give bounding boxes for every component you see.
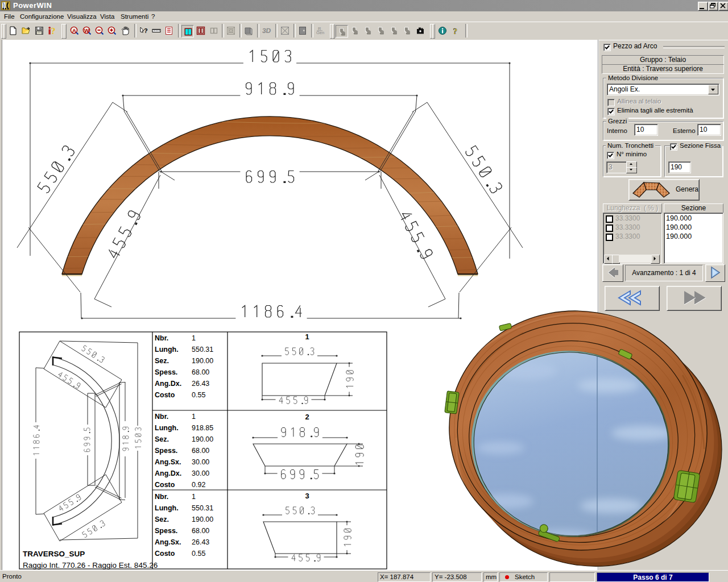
svg-text:Nbr.: Nbr.: [155, 493, 168, 501]
svg-text:Ang.Sx.: Ang.Sx.: [155, 538, 181, 546]
svg-text:1: 1: [192, 334, 196, 342]
svg-text:3D: 3D: [262, 27, 271, 35]
svg-text:?: ?: [144, 27, 148, 34]
svg-text:1: 1: [192, 413, 196, 421]
svg-text:W: W: [84, 27, 89, 34]
svg-text:Lungh.: Lungh.: [155, 504, 179, 512]
svg-text:Ang.Dx.: Ang.Dx.: [155, 380, 181, 388]
svg-text:Ang.Dx.: Ang.Dx.: [155, 469, 181, 477]
svg-text:1: 1: [305, 332, 309, 341]
svg-text:0.55: 0.55: [192, 550, 205, 558]
svg-text:Raggio Int. 770.26 - Raggio Es: Raggio Int. 770.26 - Raggio Est. 845.26: [23, 561, 158, 569]
svg-text:Spess.: Spess.: [155, 447, 177, 455]
svg-text:Costo: Costo: [155, 550, 175, 558]
svg-text:918.85: 918.85: [192, 424, 213, 432]
svg-text:26.43: 26.43: [192, 380, 209, 388]
svg-text:30.00: 30.00: [192, 458, 209, 466]
svg-text:0.92: 0.92: [192, 481, 205, 489]
svg-text:Spess.: Spess.: [155, 527, 177, 535]
svg-text:Costo: Costo: [155, 391, 175, 399]
svg-text:68.00: 68.00: [192, 447, 209, 455]
svg-text:26.43: 26.43: [192, 538, 209, 546]
svg-text:Costo: Costo: [155, 481, 175, 489]
svg-text:30.00: 30.00: [192, 469, 209, 477]
svg-text:TRAVERSO_SUP: TRAVERSO_SUP: [23, 550, 85, 558]
svg-text:?: ?: [453, 27, 458, 36]
svg-text:Sez.: Sez.: [155, 435, 169, 443]
svg-text:Ang.Sx.: Ang.Sx.: [155, 458, 181, 466]
svg-text:Sez.: Sez.: [155, 357, 169, 365]
svg-text:190.00: 190.00: [192, 516, 213, 523]
svg-text:1: 1: [192, 493, 196, 501]
svg-text:68.00: 68.00: [192, 368, 209, 376]
svg-text:2: 2: [305, 413, 309, 421]
svg-text:3: 3: [305, 492, 309, 500]
svg-text:Lungh.: Lungh.: [155, 424, 179, 432]
svg-text:190.00: 190.00: [192, 357, 213, 365]
svg-text:Nbr.: Nbr.: [155, 413, 168, 421]
svg-text:Lungh.: Lungh.: [155, 346, 179, 354]
svg-text:550.31: 550.31: [192, 346, 213, 354]
svg-text:0.55: 0.55: [192, 391, 205, 399]
svg-text:190.00: 190.00: [192, 435, 213, 443]
svg-text:Spess.: Spess.: [155, 368, 177, 376]
svg-text:Sez.: Sez.: [155, 516, 169, 523]
svg-text:550.31: 550.31: [192, 504, 213, 512]
svg-text:A: A: [72, 27, 76, 34]
svg-text:68.00: 68.00: [192, 527, 209, 535]
svg-text:Nbr.: Nbr.: [155, 334, 168, 342]
svg-text:?: ?: [51, 26, 56, 35]
